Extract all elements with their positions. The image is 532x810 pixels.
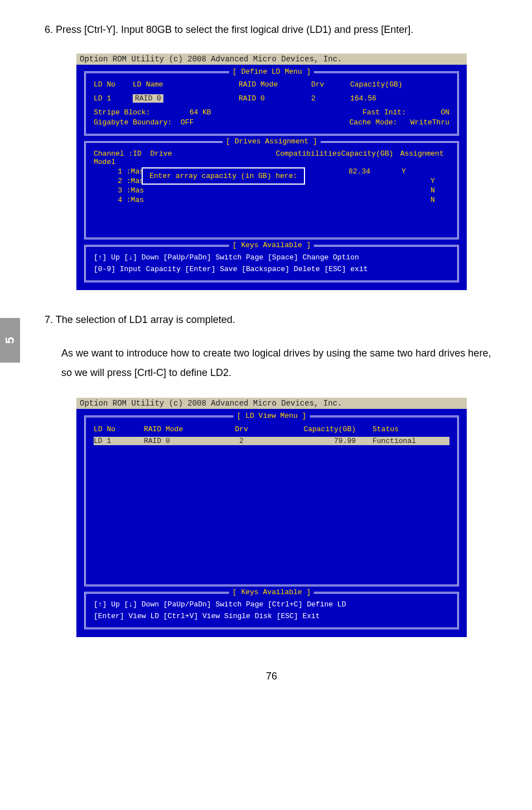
keys-line: [0-9] Input Capacity [Enter] Save [Backs… — [94, 264, 449, 276]
val-drv: 2 — [311, 94, 350, 103]
step-text: Press [Ctrl-Y]. Input 80GB to select the… — [56, 24, 413, 35]
drive-row-ch: 1 :Mas — [94, 167, 144, 176]
keys-panel: [ Keys Available ] [↑] Up [↓] Down [PaUp… — [84, 245, 459, 283]
bios-define-ld: Option ROM Utility (c) 2008 Advanced Mic… — [76, 54, 467, 291]
gigabyte-label: Gigabyte Boundary: — [94, 118, 172, 127]
drive-row-asg: N — [416, 186, 449, 195]
cache-label: Cache Mode: — [350, 118, 398, 127]
drive-row-cap: 82.34 — [303, 167, 387, 176]
hdr-ldno: LD No — [94, 80, 133, 89]
hdr-mode: RAID Mode — [239, 80, 311, 89]
step-text: The selection of LD1 array is completed. — [56, 314, 235, 325]
gigabyte-val: OFF — [181, 118, 194, 127]
hdr-cap: Capacity(GB) — [261, 425, 373, 433]
fastinit-val: ON — [441, 108, 449, 117]
drive-row-asg: N — [416, 196, 449, 204]
val-mode: RAID 0 — [239, 94, 311, 103]
drive-row-asg: Y — [416, 177, 449, 185]
step-7-body: As we want to introduce how to create tw… — [61, 344, 499, 382]
val-ldname[interactable]: RAID 0 — [133, 94, 163, 103]
fastinit-label: Fast Init: — [362, 108, 406, 117]
ld-view-panel: [ LD View Menu ] LD No RAID Mode Drv Cap… — [84, 416, 459, 586]
capacity-input-dialog[interactable]: Enter array capacity (in GB) here: — [142, 167, 305, 185]
stripe-val: 64 KB — [190, 108, 211, 117]
hdr-ldname: LD Name — [133, 80, 239, 89]
val-cap: 164.56 — [350, 94, 417, 103]
val-ldno: LD 1 — [94, 437, 144, 445]
panel-title: [ Keys Available ] — [229, 588, 314, 596]
panel-title: [ Drives Assignment ] — [223, 137, 321, 146]
keys-line: [Enter] View LD [Ctrl+V] View Single Dis… — [94, 611, 449, 623]
hdr-mode: RAID Mode — [144, 425, 222, 433]
panel-title: [ Keys Available ] — [229, 241, 314, 249]
drive-row-asg: Y — [387, 167, 420, 176]
rom-title: Option ROM Utility (c) 2008 Advanced Mic… — [76, 398, 467, 409]
step-7: 7. The selection of LD1 array is complet… — [45, 312, 499, 328]
stripe-label: Stripe Block: — [94, 108, 150, 117]
keys-line: [↑] Up [↓] Down [PaUp/PaDn] Switch Page … — [94, 252, 449, 264]
ld-row-selected[interactable]: LD 1 RAID 0 2 79.99 Functional — [94, 437, 449, 445]
hdr-ldno: LD No — [94, 425, 144, 433]
hdr-channel: Channel :ID — [94, 150, 142, 158]
hdr-asg: Assignment — [400, 150, 449, 166]
cache-val: WriteThru — [410, 118, 449, 127]
val-cap: 79.99 — [261, 437, 373, 445]
rom-title: Option ROM Utility (c) 2008 Advanced Mic… — [76, 54, 467, 65]
keys-line: [↑] Up [↓] Down [PaUp/PaDn] Switch Page … — [94, 599, 449, 611]
step-num: 7. — [45, 314, 53, 325]
hdr-cap: Capacity(GB) — [350, 80, 417, 89]
hdr-status: Status — [373, 425, 439, 433]
hdr-dcap: Capacity(GB) — [341, 150, 400, 166]
panel-title: [ Define LD Menu ] — [229, 68, 314, 76]
val-ldno: LD 1 — [94, 94, 133, 103]
page-number: 76 — [45, 671, 499, 682]
val-status: Functional — [373, 437, 439, 445]
hdr-drv: Drv — [311, 80, 350, 89]
val-mode: RAID 0 — [144, 437, 222, 445]
chapter-tab: 5 — [0, 318, 20, 363]
drive-row-ch: 3 :Mas — [94, 186, 144, 195]
hdr-comp: Compatibilities — [276, 150, 341, 166]
step-6: 6. Press [Ctrl-Y]. Input 80GB to select … — [45, 22, 499, 38]
panel-title: [ LD View Menu ] — [234, 412, 310, 420]
keys-panel: [ Keys Available ] [↑] Up [↓] Down [PaUp… — [84, 592, 459, 630]
drive-row-ch: 4 :Mas — [94, 196, 144, 204]
hdr-drv: Drv — [222, 425, 261, 433]
step-num: 6. — [45, 24, 53, 35]
bios-ld-view: Option ROM Utility (c) 2008 Advanced Mic… — [76, 398, 467, 638]
val-drv: 2 — [222, 437, 261, 445]
define-ld-panel: [ Define LD Menu ] LD No LD Name RAID Mo… — [84, 71, 459, 136]
drive-row-ch: 2 :Mas — [94, 177, 144, 185]
drives-assignment-panel: [ Drives Assignment ] Channel :ID Drive … — [84, 141, 459, 239]
